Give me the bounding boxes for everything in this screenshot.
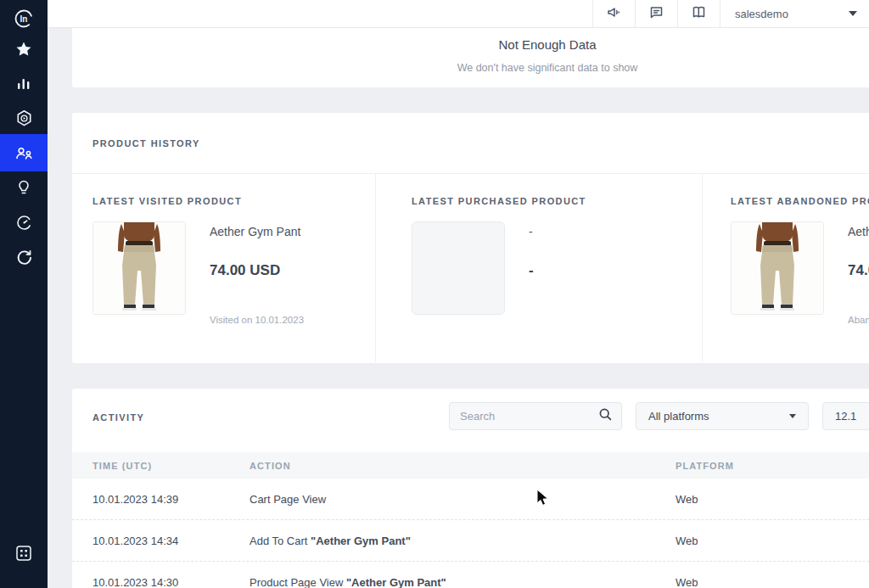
activity-header: ACTIVITY All platforms 12.1	[72, 389, 869, 444]
people-icon	[14, 143, 34, 163]
sidebar-item-analytics[interactable]	[0, 64, 48, 102]
row-time: 10.01.2023 14:39	[72, 493, 249, 506]
date-range-value: 12.1	[835, 410, 856, 423]
row-time: 10.01.2023 14:34	[72, 535, 249, 547]
column-header-platform: PLATFORM	[676, 461, 845, 471]
sidebar-item-apps[interactable]	[0, 535, 48, 572]
search-icon[interactable]	[598, 407, 613, 425]
search-input[interactable]	[460, 410, 598, 423]
lightbulb-icon	[15, 179, 32, 196]
date-range-filter[interactable]: 12.1	[822, 402, 869, 430]
book-icon	[691, 4, 707, 24]
column-header-action: ACTION	[249, 461, 676, 471]
hexagon-product-icon	[15, 109, 33, 127]
product-name: Aether Gym Pant	[210, 225, 304, 238]
svg-text:In: In	[20, 14, 28, 24]
product-image	[731, 221, 824, 315]
product-price: 74.00 USD	[848, 262, 869, 279]
product-history-header: PRODUCT HISTORY	[72, 113, 869, 174]
not-enough-data-subtitle: We don't have significant data to show	[72, 52, 869, 74]
row-platform: Web	[676, 576, 845, 588]
column-header-time: TIME (UTC)	[72, 461, 249, 471]
platform-filter-value: All platforms	[648, 410, 789, 423]
product-history-title: PRODUCT HISTORY	[93, 138, 200, 148]
topbar: salesdemo	[48, 0, 869, 28]
star-icon	[15, 41, 32, 58]
refresh-icon	[15, 249, 33, 266]
product-meta: Abandoned on 10.01.2023	[848, 315, 869, 325]
product-name: Aether Gym Pant	[848, 225, 869, 238]
chevron-down-icon	[849, 11, 857, 16]
product-meta: Visited on 10.01.2023	[210, 315, 304, 325]
account-switcher[interactable]: salesdemo	[720, 0, 869, 27]
activity-card: ACTIVITY All platforms 12.1 TIME (UTC) A…	[72, 389, 869, 588]
activity-row[interactable]: 10.01.2023 14:39 Cart Page View Web	[72, 479, 869, 520]
sidebar-item-journeys[interactable]	[0, 204, 48, 241]
sidebar-item-sync[interactable]	[0, 238, 48, 276]
announcements-button[interactable]	[592, 0, 635, 27]
platform-filter-dropdown[interactable]: All platforms	[636, 402, 809, 430]
insider-logo-icon: In	[14, 8, 34, 29]
topbar-spacer	[48, 0, 592, 27]
app-grid-icon	[14, 544, 33, 563]
row-platform: Web	[676, 493, 845, 506]
product-history-columns: LATEST VISITED PRODUCT	[72, 174, 869, 362]
product-name: -	[529, 225, 534, 238]
activity-row[interactable]: 10.01.2023 14:30 Product Page View "Aeth…	[72, 562, 869, 588]
product-price: 74.00 USD	[210, 262, 304, 279]
not-enough-data-title: Not Enough Data	[72, 28, 869, 52]
latest-abandoned-product: LATEST ABANDONED PRODUCT	[703, 174, 869, 362]
bar-chart-icon	[15, 75, 32, 92]
row-action: Product Page View "Aether Gym Pant"	[249, 576, 676, 588]
activity-table-header: TIME (UTC) ACTION PLATFORM	[72, 452, 869, 479]
latest-purchased-product: LATEST PURCHASED PRODUCT - -	[376, 174, 703, 362]
megaphone-icon	[606, 4, 622, 24]
sidebar-item-products[interactable]	[0, 99, 48, 137]
not-enough-data-card: Not Enough Data We don't have significan…	[72, 28, 869, 87]
sidebar-item-audience[interactable]	[0, 134, 48, 171]
latest-purchased-label: LATEST PURCHASED PRODUCT	[412, 196, 702, 206]
row-time: 10.01.2023 14:30	[72, 576, 249, 588]
latest-visited-label: LATEST VISITED PRODUCT	[93, 196, 375, 206]
product-history-card: PRODUCT HISTORY LATEST VISITED PRODUCT	[72, 113, 869, 363]
latest-visited-product: LATEST VISITED PRODUCT	[72, 174, 376, 362]
sidebar-item-insights[interactable]	[0, 169, 48, 206]
activity-title: ACTIVITY	[93, 412, 144, 423]
gauge-icon	[15, 214, 33, 232]
feedback-button[interactable]	[635, 0, 677, 27]
activity-search	[449, 402, 622, 430]
product-price: -	[529, 262, 534, 279]
chevron-down-icon	[789, 414, 796, 418]
row-platform: Web	[676, 535, 845, 547]
sidebar: In	[0, 0, 48, 588]
row-action: Add To Cart "Aether Gym Pant"	[249, 535, 676, 547]
account-name: salesdemo	[735, 8, 849, 20]
activity-row[interactable]: 10.01.2023 14:34 Add To Cart "Aether Gym…	[72, 520, 869, 562]
product-image	[93, 221, 186, 315]
chat-icon	[648, 4, 664, 24]
docs-button[interactable]	[677, 0, 720, 27]
latest-abandoned-label: LATEST ABANDONED PRODUCT	[731, 196, 869, 206]
sidebar-item-favorites[interactable]	[0, 31, 48, 68]
product-image-placeholder	[412, 221, 505, 315]
row-action: Cart Page View	[249, 493, 676, 506]
